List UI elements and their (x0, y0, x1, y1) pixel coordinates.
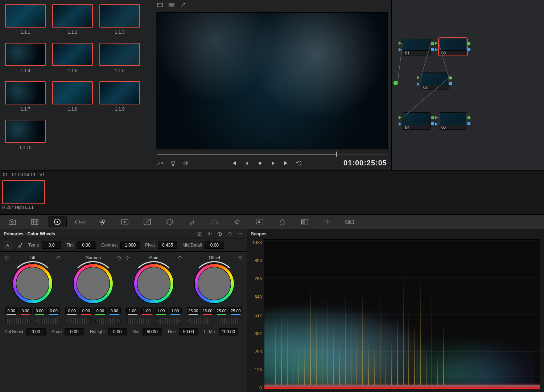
stop-icon[interactable] (257, 160, 263, 166)
wheel-b[interactable]: 0.00 (108, 308, 121, 314)
wheel-g[interactable]: 25.00 (215, 308, 228, 314)
clip-thumb[interactable] (5, 81, 46, 104)
scrub-bar[interactable] (157, 152, 387, 157)
wheel-g[interactable]: 0.00 (94, 308, 107, 314)
lmix-field[interactable]: 100.00 (219, 328, 238, 335)
tint-field[interactable]: 0.00 (77, 242, 96, 249)
clip-thumb[interactable] (99, 81, 140, 104)
palette-3d[interactable]: 3D (340, 216, 359, 227)
wheel-reset-icon[interactable] (177, 255, 183, 261)
eyedropper-icon[interactable]: ▾ (157, 160, 163, 166)
selected-clip-thumb[interactable] (2, 180, 45, 204)
magic-wand-icon[interactable] (180, 2, 186, 8)
go-end-icon[interactable] (283, 160, 289, 166)
wheel-reset-icon[interactable] (55, 255, 62, 261)
jog-wheel[interactable] (5, 318, 30, 324)
wheel-r[interactable]: 0.00 (79, 308, 92, 314)
contrast-field[interactable]: 1.000 (120, 242, 140, 249)
palette-motion[interactable] (115, 216, 134, 227)
jog-wheel[interactable] (66, 318, 91, 324)
hilight-field[interactable]: 0.00 (108, 328, 127, 335)
palette-qualifier[interactable] (183, 216, 202, 227)
viewer-frame[interactable] (156, 12, 388, 149)
wheel-reset-icon[interactable] (237, 255, 244, 261)
layers-icon[interactable] (170, 160, 176, 166)
color-wheel[interactable] (12, 263, 53, 304)
palette-window[interactable] (205, 216, 224, 227)
palette-tracker[interactable] (228, 216, 247, 227)
wheel-r[interactable]: 25.00 (201, 308, 214, 314)
clip-thumb[interactable] (99, 4, 140, 28)
view-grid-icon[interactable] (168, 2, 175, 8)
primaries-menu-icon[interactable] (237, 231, 243, 237)
temp-field[interactable]: 0.0 (42, 242, 61, 249)
jog-wheel[interactable] (217, 318, 242, 324)
palette-hdr[interactable]: HDR (70, 216, 89, 227)
mode-wheels-icon[interactable] (196, 231, 203, 237)
wheel-y[interactable]: 1.00 (126, 308, 139, 314)
clip-thumb[interactable] (52, 43, 93, 66)
node-03[interactable]: 03 (439, 38, 467, 55)
scopes-panel: Scopes 10238967686405123842561280 (247, 229, 544, 392)
palette-warper[interactable] (160, 216, 179, 227)
step-back-icon[interactable] (244, 160, 250, 166)
palette-color-wheels[interactable] (48, 216, 67, 227)
scope-plot[interactable] (264, 239, 540, 389)
go-start-icon[interactable] (231, 160, 237, 166)
clip-thumb[interactable] (52, 81, 93, 104)
wheel-picker-icon[interactable] (3, 255, 10, 261)
color-wheel[interactable] (194, 263, 235, 304)
node-05[interactable]: 05 (439, 112, 467, 130)
palette-color-match[interactable] (25, 216, 44, 227)
color-wheel[interactable] (73, 263, 114, 304)
primaries-reset-icon[interactable] (227, 231, 233, 237)
wheel-b[interactable]: 0.00 (47, 308, 60, 314)
palette-rgb-mixer[interactable] (93, 216, 112, 227)
clip-thumb[interactable] (99, 43, 140, 66)
jog-wheel[interactable] (126, 318, 152, 324)
node-01[interactable]: 01 (403, 38, 431, 55)
palette-magic-mask[interactable] (250, 216, 269, 227)
view-single-icon[interactable] (157, 2, 163, 8)
wheel-reset-icon[interactable] (116, 255, 123, 261)
clip-thumb[interactable] (5, 4, 46, 28)
clip-thumb[interactable] (5, 43, 46, 66)
wheel-y[interactable]: 25.00 (187, 308, 200, 314)
pivot-field[interactable]: 0.435 (158, 242, 177, 249)
clip-thumb[interactable] (5, 120, 46, 143)
jog-wheel[interactable] (35, 318, 60, 324)
clip-thumb[interactable] (52, 4, 93, 28)
wheel-g[interactable]: 0.00 (33, 308, 46, 314)
wheel-y[interactable]: 0.00 (65, 308, 78, 314)
pick-white-icon[interactable] (17, 242, 23, 248)
palette-curves[interactable] (138, 216, 157, 227)
mode-log-icon[interactable] (217, 231, 223, 237)
color-wheel[interactable] (133, 263, 174, 304)
palette-sizing[interactable] (318, 216, 337, 227)
wheel-y[interactable]: 0.00 (5, 308, 18, 314)
auto-balance-icon[interactable]: A (4, 241, 12, 249)
palette-camera-raw[interactable] (3, 216, 22, 227)
speaker-icon[interactable] (183, 160, 189, 166)
loop-icon[interactable] (296, 160, 302, 166)
wheel-picker-icon[interactable] (124, 255, 131, 261)
shad-field[interactable]: 0.00 (65, 328, 84, 335)
palette-blur[interactable] (273, 216, 292, 227)
wheel-g[interactable]: 1.00 (154, 308, 168, 314)
sat-field[interactable]: 50.00 (143, 328, 162, 335)
colboost-field[interactable]: 0.00 (26, 328, 46, 335)
play-icon[interactable] (270, 160, 276, 166)
jog-wheel[interactable] (95, 318, 121, 324)
jog-wheel[interactable] (156, 318, 181, 324)
wheel-r[interactable]: 0.00 (19, 308, 32, 314)
node-04[interactable]: 04 (403, 112, 431, 130)
wheel-b[interactable]: 1.00 (169, 308, 182, 314)
jog-wheel[interactable] (187, 318, 212, 324)
mode-bars-icon[interactable] (206, 231, 213, 237)
wheel-b[interactable]: 25.00 (229, 308, 242, 314)
node-editor[interactable]: 01 03 02 04 05 (392, 0, 544, 170)
hue-field[interactable]: 50.00 (179, 328, 198, 335)
mid-field[interactable]: 0.00 (205, 242, 224, 249)
wheel-r[interactable]: 1.00 (140, 308, 153, 314)
palette-key[interactable] (295, 216, 314, 227)
